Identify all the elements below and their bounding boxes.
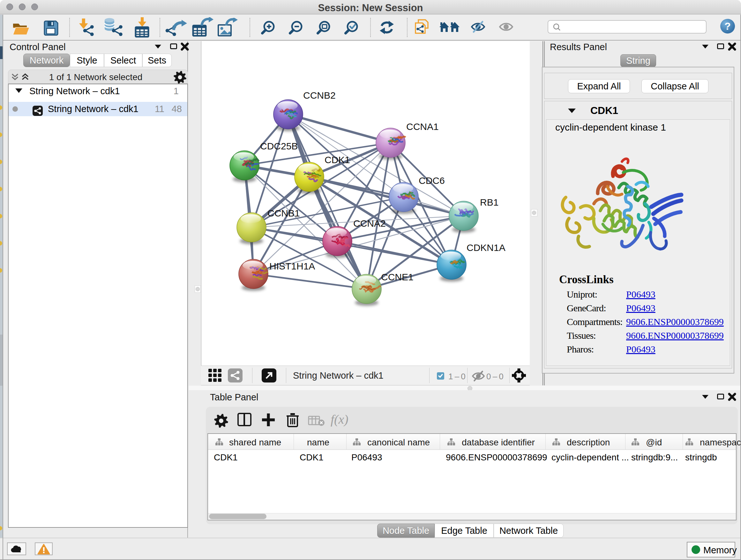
svg-text:RB1: RB1 [480,197,498,207]
svg-text:HIST1H1A: HIST1H1A [269,261,315,271]
svg-text:CDC6: CDC6 [419,175,445,186]
svg-text:CCNA2: CCNA2 [353,218,386,229]
svg-text:CDK1: CDK1 [325,154,350,165]
svg-text:CDKN1A: CDKN1A [467,242,506,253]
svg-text:CCNA1: CCNA1 [406,121,439,132]
svg-text:CCNB2: CCNB2 [303,90,336,101]
svg-text:CCNE1: CCNE1 [381,272,414,282]
svg-text:CDC25B: CDC25B [260,141,298,151]
svg-text:CCNB1: CCNB1 [267,208,300,219]
